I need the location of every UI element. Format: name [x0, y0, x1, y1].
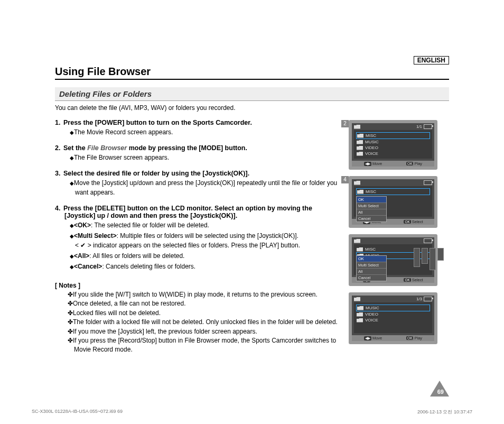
delete-popup: OK Multi Select All Cancel [356, 196, 387, 222]
row-label: VIDEO [365, 312, 378, 317]
row-label: VOICE [365, 318, 378, 322]
note-2: ✤Once deleted, a file can not be restore… [61, 299, 340, 308]
popup-ok: OK [357, 197, 386, 203]
folder-icon [357, 318, 363, 322]
language-box: ENGLISH [414, 56, 449, 64]
bar-move: Move [372, 336, 382, 340]
screen-1: 1/1 MISC MUSIC VIDEO VOICE ◀▶Move OKPlay [349, 120, 437, 170]
note-4-text: The folder with a locked file will not b… [73, 318, 338, 326]
folder-icon [354, 239, 360, 243]
screen-4-counter: 1/3 [416, 297, 422, 301]
step-4-sub-4-text: : Cancels deleting files or folders. [102, 263, 195, 270]
note-5: ✤If you move the [Joystick] left, the pr… [61, 327, 340, 336]
folder-icon [354, 297, 360, 301]
bar-play: Play [414, 336, 422, 340]
figure-badge-2: 2 [341, 120, 349, 127]
figure-screen-3: MISC MUSIC OK Multi Select All Cancel ◀▶… [349, 234, 449, 286]
figure-badge-4: 4 [341, 176, 349, 183]
bar-select: Select [412, 219, 423, 224]
page-title: Using File Browser [55, 66, 449, 80]
step-4-sub-2-extra: < ✔ > indicator appears on the selected … [75, 241, 300, 250]
row-label: VIDEO [365, 145, 378, 150]
list-item: VIDEO [356, 311, 430, 317]
figure-screen-4: 1/3 MUSIC VIDEO VOICE ◀▶Move OKPlay [349, 292, 449, 344]
note-3: ✤Locked files will not be deleted. [61, 309, 340, 318]
step-3-sub-1: ◆Move the [Joystick] up/down and press t… [70, 178, 340, 197]
step-2-head: 2.Set the File Browser mode by pressing … [55, 144, 340, 152]
step-1: 1.Press the [POWER] button to turn on th… [55, 119, 340, 137]
list-item: MISC [356, 188, 430, 195]
page-number: 69 [437, 389, 444, 395]
row-label: MUSIC [366, 306, 379, 310]
row-label: MISC [366, 189, 376, 194]
folder-icon [357, 312, 363, 317]
note-1: ✤If you slide the [W/T] switch to W(WIDE… [61, 290, 340, 299]
step-3-title: Select the desired file or folder by usi… [63, 170, 249, 177]
bar-select: Select [412, 278, 423, 282]
footer-left: SC-X300L 01228A-IB-USA 055~072.i69 69 [32, 409, 123, 416]
step-4-head: 4.Press the [DELETE] button on the LCD m… [55, 205, 340, 219]
step-2-sub-1: ◆The File Browser screen appears. [70, 153, 340, 162]
row-label: VOICE [365, 151, 378, 156]
popup-all: All [357, 209, 386, 216]
step-4-sub-2-text: : Multiple files or folders will be sele… [117, 232, 298, 239]
step-1-num: 1. [55, 119, 63, 126]
battery-icon [424, 180, 432, 185]
popup-ok: OK [357, 256, 386, 262]
battery-icon [424, 238, 432, 243]
note-4: ✤The folder with a locked file will not … [61, 318, 340, 327]
list-item: MUSIC [356, 305, 430, 311]
step-1-sub-1-text: The Movie Record screen appears. [74, 128, 173, 136]
step-1-head: 1.Press the [POWER] button to turn on th… [55, 119, 340, 126]
note-6-text: If you press the [Record/Stop] button in… [73, 337, 336, 353]
step-3-head: 3.Select the desired file or folder by u… [55, 170, 340, 177]
screen-3: MISC MUSIC OK Multi Select All Cancel ◀▶… [349, 234, 437, 286]
folder-icon [357, 190, 363, 194]
step-3-num: 3. [55, 170, 63, 177]
popup-multi: Multi Select [357, 203, 386, 209]
battery-icon [424, 297, 432, 301]
step-4-sub-2: ◆<Multi Select>: Multiple files or folde… [70, 231, 340, 250]
footer: SC-X300L 01228A-IB-USA 055~072.i69 69 20… [32, 409, 472, 416]
figure-2: 2 1/1 MISC MUSIC VIDEO VOICE ◀▶Move OKP [349, 120, 449, 170]
note-6: ✤If you press the [Record/Stop] button i… [61, 336, 340, 355]
battery-icon [424, 124, 432, 129]
note-2-text: Once deleted, a file can not be restored… [73, 300, 185, 307]
figure-4: 4 MISC MUSIC OK Multi Select All Cance [349, 176, 449, 228]
step-4-sub-2-strong: <Multi Select> [74, 232, 117, 239]
folder-icon [357, 140, 363, 144]
step-4-sub-4-strong: <Cancel> [74, 263, 102, 270]
step-2-sub-1-text: The File Browser screen appears. [74, 154, 169, 161]
section-subheading: Deleting Files or Folders [55, 87, 449, 101]
folder-icon [357, 146, 363, 150]
figures-column: 2 1/1 MISC MUSIC VIDEO VOICE ◀▶Move OKP [349, 119, 449, 355]
step-2-title-italic: File Browser [87, 144, 127, 152]
step-4: 4.Press the [DELETE] button on the LCD m… [55, 205, 340, 271]
step-1-sub-1: ◆The Movie Record screen appears. [70, 127, 340, 137]
popup-cancel: Cancel [357, 216, 386, 222]
bar-play: Play [414, 161, 422, 166]
row-label: MISC [365, 247, 376, 252]
screen-4: 1/3 MUSIC VIDEO VOICE ◀▶Move OKPlay [349, 292, 437, 344]
folder-icon [354, 125, 360, 129]
list-item: MUSIC [356, 139, 430, 145]
folder-icon [357, 152, 363, 156]
list-item: VOICE [356, 151, 430, 156]
step-4-num: 4. [55, 205, 63, 212]
step-4-sub-3-text: : All files or folders will be deleted. [89, 252, 184, 260]
step-4-sub-1: ◆<OK>: The selected file or folder will … [70, 220, 340, 230]
popup-cancel: Cancel [357, 275, 386, 281]
bar-move: Move [372, 161, 382, 166]
screen-1-counter: 1/1 [416, 124, 422, 129]
bars-icon [414, 248, 444, 270]
list-item: MISC [356, 132, 430, 139]
list-item: VIDEO [356, 145, 430, 151]
footer-right: 2006-12-13 오전 10:37:47 [417, 409, 472, 416]
row-label: MISC [366, 133, 376, 138]
folder-icon [357, 306, 363, 310]
step-4-sub-1-strong: <OK> [74, 222, 91, 229]
notes-heading: [ Notes ] [55, 282, 340, 289]
note-3-text: Locked files will not be deleted. [73, 309, 161, 317]
step-4-sub-3: ◆<All>: All files or folders will be del… [70, 251, 340, 261]
folder-icon [354, 181, 360, 185]
